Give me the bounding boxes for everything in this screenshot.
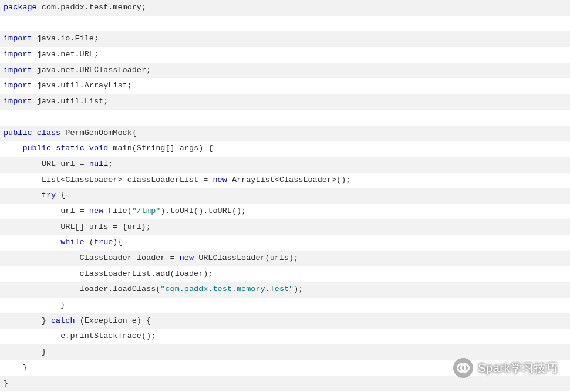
code-token: ; [108, 160, 113, 168]
code-token: new [213, 175, 227, 184]
code-token [32, 129, 37, 137]
code-token: import [4, 50, 32, 59]
code-line: ClassLoader loader = new URLClassLoader(… [0, 251, 570, 266]
code-token: while [60, 238, 85, 246]
code-token: import [4, 66, 32, 75]
code-token: ( [85, 238, 94, 246]
code-token: classLoaderList.add(loader); [4, 269, 213, 278]
code-token: new [89, 207, 103, 215]
code-token: "com.paddx.test.memory.Test" [160, 285, 294, 293]
code-line: public static void main(String[] args) { [0, 141, 570, 157]
code-token: } [4, 363, 28, 372]
code-token: package [4, 3, 37, 12]
code-token [51, 144, 56, 153]
code-block: package com.paddx.test.memory; import ja… [0, 0, 570, 391]
code-token [4, 144, 22, 153]
code-token: com.paddx.test.memory; [37, 3, 146, 12]
code-token: } [4, 316, 51, 325]
code-token: (Exception e) { [75, 316, 151, 325]
code-line: loader.loadClass("com.paddx.test.memory.… [0, 282, 570, 298]
code-token: ArrayList<ClassLoader>(); [227, 175, 351, 184]
watermark: Spark学习技巧 [453, 358, 558, 378]
code-line: import java.net.URLClassLoader; [0, 63, 570, 79]
code-token: java.net.URLClassLoader; [32, 66, 151, 75]
code-line: classLoaderList.add(loader); [0, 266, 570, 282]
code-token: ClassLoader loader = [4, 254, 180, 262]
code-line: URL[] urls = {url}; [0, 219, 570, 235]
code-token: } [4, 300, 65, 309]
code-token: URL url = [4, 160, 89, 168]
code-token: java.io.File; [32, 34, 99, 43]
code-line: List<ClassLoader> classLoaderList = new … [0, 173, 570, 188]
code-token: java.net.URL; [32, 50, 99, 59]
code-line: try { [0, 188, 570, 204]
code-token: loader.loadClass( [4, 285, 160, 293]
code-token: import [4, 97, 32, 106]
code-token: } [4, 379, 8, 388]
code-line: import java.util.List; [0, 94, 570, 110]
code-token: URL[] urls = {url}; [4, 222, 151, 231]
code-line: while (true){ [0, 235, 570, 251]
code-token [4, 191, 42, 200]
code-token: URLClassLoader(urls); [194, 254, 298, 262]
code-token: import [4, 81, 32, 90]
code-token: url = [4, 207, 89, 215]
code-token [85, 144, 89, 153]
code-token: } [4, 347, 46, 356]
code-token: File( [103, 207, 132, 215]
code-token: static [56, 144, 85, 153]
code-token: ); [294, 285, 303, 293]
code-line: public class PermGenOomMock{ [0, 126, 570, 141]
code-line: import java.net.URL; [0, 47, 570, 63]
code-token: main(String[] args) { [108, 144, 213, 153]
code-token: e.printStackTrace(); [4, 332, 156, 340]
code-token: import [4, 34, 32, 43]
code-token: java.util.ArrayList; [32, 81, 132, 90]
code-token: new [180, 254, 194, 262]
code-token: void [89, 144, 108, 153]
code-line: package com.paddx.test.memory; [0, 0, 570, 16]
code-token [4, 238, 60, 246]
code-token: true [94, 238, 113, 246]
code-line: import java.io.File; [0, 31, 570, 47]
code-token: public [22, 144, 51, 153]
code-line [0, 16, 570, 32]
code-token: class [37, 129, 61, 137]
code-token: PermGenOomMock{ [60, 129, 137, 137]
code-line: URL url = null; [0, 157, 570, 173]
code-token: { [56, 191, 65, 200]
code-token: "/tmp" [132, 207, 161, 215]
code-token: List<ClassLoader> classLoaderList = [4, 175, 213, 184]
watermark-text: Spark学习技巧 [478, 360, 558, 376]
code-token: java.util.List; [32, 97, 109, 106]
code-line [0, 110, 570, 126]
code-line: } [0, 376, 570, 392]
code-token: ).toURI().toURL(); [160, 207, 246, 215]
code-token: try [42, 191, 56, 200]
code-token: null [89, 160, 108, 168]
wechat-icon [453, 358, 473, 378]
code-line: import java.util.ArrayList; [0, 78, 570, 94]
code-token: catch [51, 316, 75, 325]
code-line: url = new File("/tmp").toURI().toURL(); [0, 204, 570, 219]
code-token: public [4, 129, 32, 137]
code-line: e.printStackTrace(); [0, 329, 570, 344]
code-line: } catch (Exception e) { [0, 313, 570, 329]
code-token: ){ [113, 238, 122, 246]
code-line: } [0, 298, 570, 313]
